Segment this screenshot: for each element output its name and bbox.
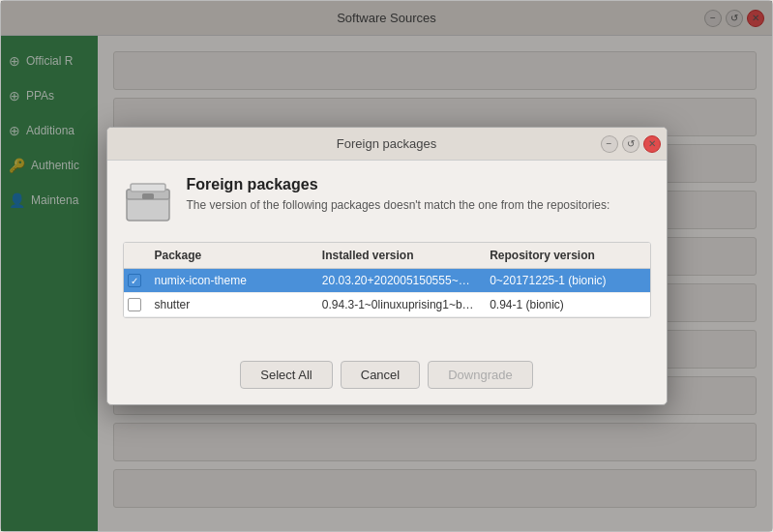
dialog-body: Foreign packages The version of the foll… [107, 161, 667, 349]
dialog-minimize-button[interactable]: − [601, 135, 618, 153]
table-row[interactable]: shutter 0.94.3-1~0linuxuprising1~bionic2… [124, 293, 650, 317]
dialog-close-button[interactable]: ✕ [643, 135, 661, 153]
foreign-packages-dialog: Foreign packages − ↺ ✕ [106, 127, 668, 405]
row1-installed: 20.03.20+202005150555~ubuntu18.04.1 [314, 274, 482, 287]
table-row[interactable]: ✓ numix-icon-theme 20.03.20+202005150555… [124, 269, 650, 293]
row2-package: shutter [147, 298, 314, 311]
main-window: Software Sources − ↺ ✕ ⊕ Official R ⊕ PP… [0, 0, 773, 532]
col-checkbox [124, 249, 147, 262]
dialog-heading: Foreign packages [187, 176, 610, 193]
row2-installed: 0.94.3-1~0linuxuprising1~bionic2 [314, 298, 482, 311]
package-icon [123, 176, 173, 226]
svg-rect-2 [142, 193, 154, 199]
dialog-description: The version of the following packages do… [187, 197, 610, 214]
row1-repository: 0~20171225-1 (bionic) [482, 274, 649, 287]
dialog-header: Foreign packages The version of the foll… [123, 176, 651, 226]
dialog-restore-button[interactable]: ↺ [622, 135, 639, 153]
dialog-header-text: Foreign packages The version of the foll… [187, 176, 610, 214]
col-installed: Installed version [314, 249, 482, 262]
row2-checkbox[interactable] [128, 298, 141, 311]
col-package: Package [147, 249, 314, 262]
downgrade-button[interactable]: Downgrade [428, 361, 533, 389]
dialog-title: Foreign packages [337, 136, 436, 151]
select-all-button[interactable]: Select All [240, 361, 332, 389]
row1-checkbox[interactable]: ✓ [128, 274, 141, 287]
row2-repository: 0.94-1 (bionic) [482, 298, 649, 311]
modal-overlay: Foreign packages − ↺ ✕ [1, 1, 772, 531]
col-repository: Repository version [482, 249, 649, 262]
packages-table: Package Installed version Repository ver… [123, 242, 651, 318]
table-header: Package Installed version Repository ver… [124, 243, 650, 269]
svg-rect-3 [131, 184, 165, 192]
dialog-titlebar: Foreign packages − ↺ ✕ [107, 128, 667, 161]
row1-package: numix-icon-theme [147, 274, 314, 287]
dialog-controls: − ↺ ✕ [601, 135, 661, 153]
cancel-button[interactable]: Cancel [341, 361, 420, 389]
dialog-footer: Select All Cancel Downgrade [107, 349, 667, 404]
